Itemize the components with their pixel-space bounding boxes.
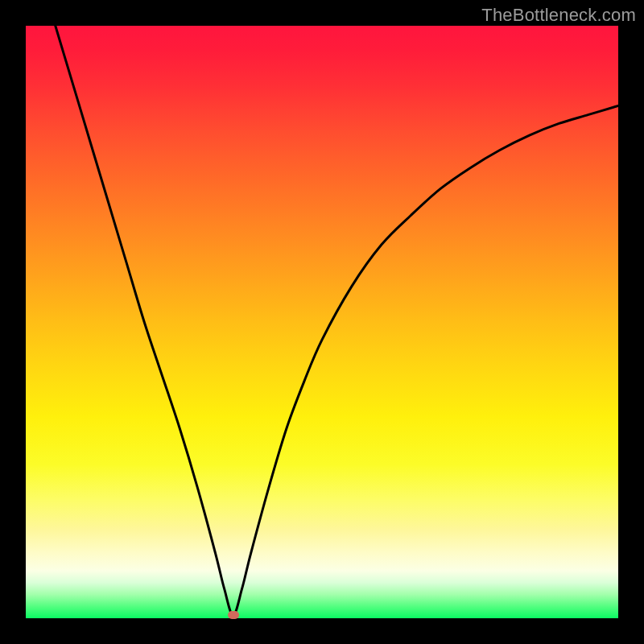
gradient-plot-area	[26, 26, 618, 618]
chart-frame: TheBottleneck.com	[0, 0, 644, 644]
watermark-text: TheBottleneck.com	[481, 5, 636, 26]
optimal-point-marker	[228, 611, 239, 619]
